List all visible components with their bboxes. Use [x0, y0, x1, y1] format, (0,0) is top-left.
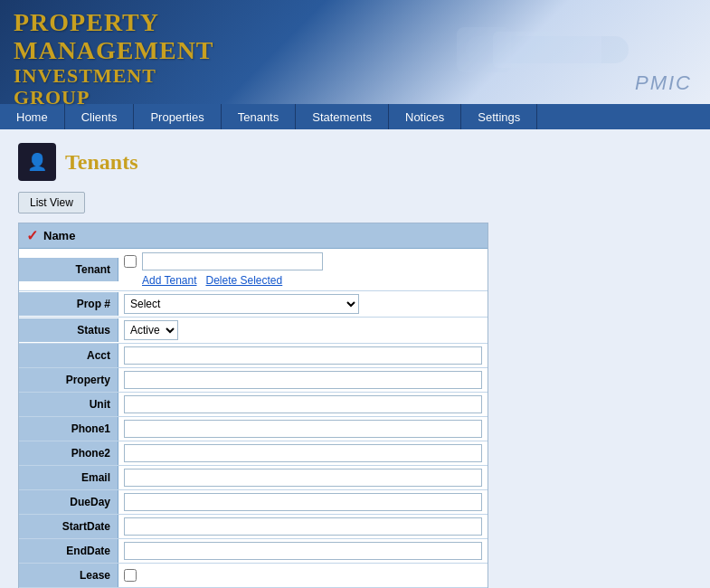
logo-line4: GROUP: [14, 87, 214, 109]
phone1-input[interactable]: [124, 420, 482, 438]
phone2-input[interactable]: [124, 444, 482, 462]
phone1-label: Phone1: [19, 417, 118, 441]
logo-line2: MANAGEMENT: [14, 37, 214, 65]
dueday-input[interactable]: [124, 493, 482, 511]
lease-label: Lease: [19, 564, 118, 587]
status-row: Status Active Inactive: [19, 318, 488, 344]
add-tenant-link[interactable]: Add Tenant: [142, 274, 197, 287]
dueday-label: DueDay: [19, 490, 118, 514]
dueday-row: DueDay: [19, 490, 488, 515]
lease-checkbox[interactable]: [124, 569, 137, 582]
nav-tenants[interactable]: Tenants: [222, 104, 297, 129]
header-decoration: [457, 18, 638, 81]
prop-num-select[interactable]: Select: [124, 294, 359, 314]
svg-rect-2: [493, 32, 601, 68]
property-label: Property: [19, 368, 118, 392]
status-select[interactable]: Active Inactive: [124, 320, 178, 340]
status-field: Active Inactive: [118, 318, 488, 343]
property-row: Property: [19, 368, 488, 393]
brand-text: PMIC: [635, 71, 692, 95]
prop-num-label: Prop #: [19, 292, 118, 316]
startdate-input[interactable]: [124, 517, 482, 536]
nav-statements[interactable]: Statements: [296, 104, 389, 129]
email-field: [118, 466, 488, 489]
checkmark-icon: ✓: [26, 227, 38, 244]
acct-label: Acct: [19, 344, 118, 367]
enddate-input[interactable]: [124, 542, 482, 560]
phone1-row: Phone1: [19, 417, 488, 441]
phone1-field: [118, 417, 488, 441]
prop-num-row: Prop # Select: [19, 291, 488, 318]
prop-num-field: Select: [118, 291, 488, 317]
logo-line3: INVESTMENT: [14, 65, 214, 87]
delete-selected-link[interactable]: Delete Selected: [206, 274, 283, 287]
phone2-field: [118, 441, 488, 465]
unit-row: Unit: [19, 393, 488, 417]
unit-field: [118, 393, 488, 416]
lease-row: Lease: [19, 564, 488, 588]
list-view-button[interactable]: List View: [18, 192, 85, 213]
logo-line1: PROPERTY: [14, 9, 214, 37]
page-title: Tenants: [65, 150, 137, 175]
tenant-checkbox[interactable]: [124, 255, 137, 268]
property-input[interactable]: [124, 371, 482, 389]
phone2-row: Phone2: [19, 441, 488, 466]
acct-field: [118, 344, 488, 367]
header: PROPERTY MANAGEMENT INVESTMENT GROUP PMI…: [0, 0, 710, 104]
property-field: [118, 368, 488, 392]
unit-input[interactable]: [124, 395, 482, 413]
phone2-label: Phone2: [19, 441, 118, 465]
enddate-row: EndDate: [19, 539, 488, 564]
startdate-row: StartDate: [19, 515, 488, 539]
acct-row: Acct: [19, 344, 488, 368]
nav-settings[interactable]: Settings: [461, 104, 537, 129]
startdate-label: StartDate: [19, 515, 118, 538]
nav-notices[interactable]: Notices: [389, 104, 461, 129]
logo: PROPERTY MANAGEMENT INVESTMENT GROUP: [14, 9, 214, 109]
tenant-field: Add Tenant Delete Selected: [118, 249, 488, 290]
dueday-field: [118, 490, 488, 514]
acct-input[interactable]: [124, 346, 482, 365]
tenant-label: Tenant: [19, 258, 118, 281]
lease-field: [118, 566, 488, 584]
email-input[interactable]: [124, 469, 482, 487]
enddate-label: EndDate: [19, 539, 118, 563]
form-header-row: ✓ Name: [19, 223, 488, 249]
tenant-icon: 👤: [18, 143, 56, 181]
enddate-field: [118, 539, 488, 563]
startdate-field: [118, 515, 488, 538]
content-area: 👤 Tenants List View ✓ Name Tenant Add Te…: [0, 129, 710, 588]
page-title-row: 👤 Tenants: [18, 143, 692, 181]
tenant-name-input[interactable]: [142, 252, 323, 270]
status-label: Status: [19, 318, 118, 342]
name-column-header: Name: [43, 229, 75, 242]
tenant-form: ✓ Name Tenant Add Tenant Delete Selected…: [18, 223, 488, 588]
email-label: Email: [19, 466, 118, 489]
unit-label: Unit: [19, 393, 118, 416]
tenant-row: Tenant Add Tenant Delete Selected: [19, 249, 488, 291]
email-row: Email: [19, 466, 488, 490]
